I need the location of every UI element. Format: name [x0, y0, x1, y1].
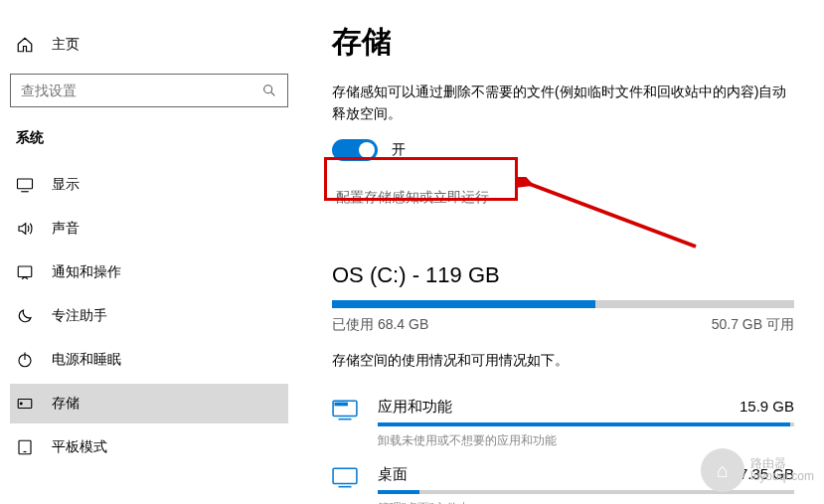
storage-sense-description: 存储感知可以通过删除不需要的文件(例如临时文件和回收站中的内容)自动释放空间。: [332, 81, 794, 125]
usage-description: 存储空间的使用情况和可用情况如下。: [332, 352, 794, 370]
home-link[interactable]: 主页: [10, 30, 288, 66]
sidebar-item-notifications[interactable]: 通知和操作: [10, 252, 288, 292]
drive-usage-bar: [332, 300, 794, 308]
monitor-icon: [16, 176, 34, 194]
search-input-container[interactable]: [10, 74, 288, 107]
power-icon: [16, 351, 34, 369]
svg-rect-12: [335, 403, 338, 405]
category-header: 系统: [10, 125, 288, 163]
sidebar-item-tablet[interactable]: 平板模式: [10, 427, 288, 467]
moon-icon: [16, 307, 34, 325]
notification-icon: [16, 263, 34, 281]
svg-rect-2: [18, 179, 33, 189]
toggle-label: 开: [392, 141, 406, 159]
apps-icon: [332, 400, 358, 421]
watermark-logo: ⌂: [701, 448, 744, 492]
desktop-icon: [332, 467, 358, 489]
storage-sense-toggle[interactable]: [332, 139, 378, 161]
sound-icon: [16, 220, 34, 238]
configure-storage-sense-link[interactable]: 配置存储感知或立即运行: [332, 179, 794, 217]
search-icon: [261, 83, 277, 98]
sidebar-item-sound[interactable]: 声音: [10, 209, 288, 249]
home-label: 主页: [52, 36, 80, 54]
drive-title: OS (C:) - 119 GB: [332, 262, 794, 288]
tablet-icon: [16, 438, 34, 456]
svg-point-8: [20, 403, 22, 405]
sidebar-item-label: 专注助手: [52, 307, 107, 325]
search-input[interactable]: [21, 83, 261, 98]
sidebar-item-label: 声音: [52, 220, 80, 238]
sidebar-item-label: 显示: [52, 176, 80, 194]
svg-line-1: [271, 92, 275, 96]
sidebar-item-label: 平板模式: [52, 438, 107, 456]
sidebar-item-label: 存储: [52, 395, 80, 413]
watermark-bottom: luyouqi.com: [750, 470, 814, 483]
sidebar-item-display[interactable]: 显示: [10, 165, 288, 205]
storage-icon: [16, 395, 34, 413]
drive-used-label: 已使用 68.4 GB: [332, 316, 428, 334]
svg-rect-16: [333, 468, 357, 483]
category-name: 应用和功能: [378, 398, 452, 417]
sidebar-item-storage[interactable]: 存储: [10, 384, 288, 423]
page-title: 存储: [332, 22, 794, 63]
sidebar-item-label: 通知和操作: [52, 263, 121, 281]
category-sub: 卸载未使用或不想要的应用和功能: [378, 432, 794, 449]
watermark: ⌂ 路由器 luyouqi.com: [701, 448, 814, 492]
category-sub: 管理"桌面"文件夹: [378, 500, 794, 504]
category-size: 15.9 GB: [740, 398, 794, 417]
home-icon: [16, 36, 34, 54]
svg-rect-14: [344, 403, 347, 405]
category-apps[interactable]: 应用和功能 15.9 GB 卸载未使用或不想要的应用和功能: [332, 390, 794, 457]
svg-point-0: [264, 85, 272, 93]
category-name: 桌面: [378, 465, 408, 484]
svg-rect-4: [18, 266, 32, 277]
category-bar: [378, 422, 794, 426]
svg-rect-13: [340, 403, 343, 405]
sidebar-item-focus[interactable]: 专注助手: [10, 296, 288, 336]
sidebar-item-label: 电源和睡眠: [52, 351, 121, 369]
drive-free-label: 50.7 GB 可用: [712, 316, 794, 334]
sidebar-item-power[interactable]: 电源和睡眠: [10, 340, 288, 380]
